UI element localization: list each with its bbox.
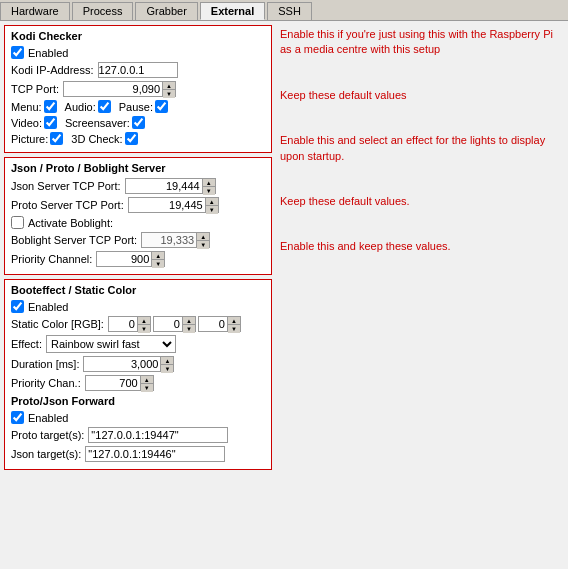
boblight-tcp-down[interactable]: ▼ bbox=[197, 241, 209, 249]
boot-enabled-checkbox[interactable] bbox=[11, 300, 24, 313]
proto-forward-enabled-row: Enabled bbox=[11, 411, 265, 424]
priority-label: Priority Channel: bbox=[11, 253, 92, 265]
proto-tcp-down[interactable]: ▼ bbox=[206, 206, 218, 214]
g-up[interactable]: ▲ bbox=[183, 317, 195, 325]
json-tcp-up[interactable]: ▲ bbox=[203, 179, 215, 187]
g-input[interactable] bbox=[153, 316, 183, 332]
boblight-activate-row: Activate Boblight: bbox=[11, 216, 265, 229]
kodi-enabled-checkbox[interactable] bbox=[11, 46, 24, 59]
json-targets-row: Json target(s): bbox=[11, 446, 265, 462]
boot-priority-down[interactable]: ▼ bbox=[141, 384, 153, 392]
duration-down[interactable]: ▼ bbox=[161, 365, 173, 373]
kodi-tcp-row: TCP Port: ▲ ▼ bbox=[11, 81, 265, 97]
threed-label: 3D Check: bbox=[71, 133, 122, 145]
kodi-checks-row1: Menu: Audio: Pause: bbox=[11, 100, 265, 113]
tab-hardware[interactable]: Hardware bbox=[0, 2, 70, 20]
kodi-tcp-label: TCP Port: bbox=[11, 83, 59, 95]
kodi-tcp-up[interactable]: ▲ bbox=[163, 82, 175, 90]
r-up[interactable]: ▲ bbox=[138, 317, 150, 325]
video-checkbox[interactable] bbox=[44, 116, 57, 129]
g-down[interactable]: ▼ bbox=[183, 325, 195, 333]
proto-targets-row: Proto target(s): bbox=[11, 427, 265, 443]
audio-checkbox[interactable] bbox=[98, 100, 111, 113]
boblight-activate-checkbox[interactable] bbox=[11, 216, 24, 229]
boblight-tcp-spinbtns: ▲ ▼ bbox=[197, 232, 210, 248]
kodi-enabled-row: Enabled bbox=[11, 46, 265, 59]
screensaver-checkbox[interactable] bbox=[132, 116, 145, 129]
kodi-tcp-spinner: ▲ ▼ bbox=[63, 81, 176, 97]
video-label: Video: bbox=[11, 117, 42, 129]
proto-tcp-label: Proto Server TCP Port: bbox=[11, 199, 124, 211]
priority-down[interactable]: ▼ bbox=[152, 260, 164, 268]
boblight-tcp-label: Boblight Server TCP Port: bbox=[11, 234, 137, 246]
proto-tcp-input[interactable] bbox=[128, 197, 206, 213]
duration-up[interactable]: ▲ bbox=[161, 357, 173, 365]
json-title: Json / Proto / Boblight Server bbox=[11, 162, 265, 174]
kodi-checks-row3: Picture: 3D Check: bbox=[11, 132, 265, 145]
effect-label: Effect: bbox=[11, 338, 42, 350]
effect-row: Effect: Rainbow swirl fast Rainbow Stati… bbox=[11, 335, 265, 353]
proto-forward-title: Proto/Json Forward bbox=[11, 395, 265, 407]
proto-tcp-up[interactable]: ▲ bbox=[206, 198, 218, 206]
b-down[interactable]: ▼ bbox=[228, 325, 240, 333]
proto-targets-input[interactable] bbox=[88, 427, 228, 443]
proto-tcp-row: Proto Server TCP Port: ▲ ▼ bbox=[11, 197, 265, 213]
boblight-tcp-input[interactable] bbox=[141, 232, 197, 248]
threed-checkbox[interactable] bbox=[125, 132, 138, 145]
kodi-tcp-down[interactable]: ▼ bbox=[163, 90, 175, 98]
priority-spinbtns: ▲ ▼ bbox=[152, 251, 165, 267]
duration-spinbtns: ▲ ▼ bbox=[161, 356, 174, 372]
boot-note1: Enable this and select an effect for the… bbox=[280, 133, 564, 164]
boot-note2: Keep these default values. bbox=[280, 194, 564, 209]
json-tcp-down[interactable]: ▼ bbox=[203, 187, 215, 195]
tab-process[interactable]: Process bbox=[72, 2, 134, 20]
priority-input[interactable] bbox=[96, 251, 152, 267]
effect-select[interactable]: Rainbow swirl fast Rainbow Static Color … bbox=[46, 335, 176, 353]
tab-external[interactable]: External bbox=[200, 2, 265, 20]
boblight-tcp-row: Boblight Server TCP Port: ▲ ▼ bbox=[11, 232, 265, 248]
video-check: Video: bbox=[11, 116, 57, 129]
proto-tcp-spinner: ▲ ▼ bbox=[128, 197, 219, 213]
g-spinbtns: ▲ ▼ bbox=[183, 316, 196, 332]
duration-label: Duration [ms]: bbox=[11, 358, 79, 370]
boot-priority-row: Priority Chan.: ▲ ▼ bbox=[11, 375, 265, 391]
menu-checkbox[interactable] bbox=[44, 100, 57, 113]
pause-checkbox[interactable] bbox=[155, 100, 168, 113]
pause-check: Pause: bbox=[119, 100, 168, 113]
picture-checkbox[interactable] bbox=[50, 132, 63, 145]
json-targets-input[interactable] bbox=[85, 446, 225, 462]
static-color-row: Static Color [RGB]: ▲ ▼ ▲ ▼ bbox=[11, 316, 265, 332]
kodi-section: Kodi Checker Enabled Kodi IP-Address: TC… bbox=[4, 25, 272, 153]
proto-forward-enabled-checkbox[interactable] bbox=[11, 411, 24, 424]
json-tcp-input[interactable] bbox=[125, 178, 203, 194]
boblight-tcp-spinner: ▲ ▼ bbox=[141, 232, 210, 248]
json-section: Json / Proto / Boblight Server Json Serv… bbox=[4, 157, 272, 275]
b-up[interactable]: ▲ bbox=[228, 317, 240, 325]
r-down[interactable]: ▼ bbox=[138, 325, 150, 333]
kodi-tcp-spinbtns: ▲ ▼ bbox=[163, 81, 176, 97]
boblight-tcp-up[interactable]: ▲ bbox=[197, 233, 209, 241]
tab-grabber[interactable]: Grabber bbox=[135, 2, 197, 20]
tab-ssh[interactable]: SSH bbox=[267, 2, 312, 20]
audio-label: Audio: bbox=[65, 101, 96, 113]
boot-priority-up[interactable]: ▲ bbox=[141, 376, 153, 384]
json-tcp-label: Json Server TCP Port: bbox=[11, 180, 121, 192]
kodi-checks-row2: Video: Screensaver: bbox=[11, 116, 265, 129]
kodi-ip-input[interactable] bbox=[98, 62, 178, 78]
duration-input[interactable] bbox=[83, 356, 161, 372]
proto-tcp-spinbtns: ▲ ▼ bbox=[206, 197, 219, 213]
priority-row: Priority Channel: ▲ ▼ bbox=[11, 251, 265, 267]
proto-note: Enable this and keep these values. bbox=[280, 239, 564, 254]
left-panel: Kodi Checker Enabled Kodi IP-Address: TC… bbox=[4, 25, 272, 565]
priority-up[interactable]: ▲ bbox=[152, 252, 164, 260]
b-input[interactable] bbox=[198, 316, 228, 332]
r-input[interactable] bbox=[108, 316, 138, 332]
g-spinner: ▲ ▼ bbox=[153, 316, 196, 332]
menu-label: Menu: bbox=[11, 101, 42, 113]
boot-priority-input[interactable] bbox=[85, 375, 141, 391]
kodi-tcp-input[interactable] bbox=[63, 81, 163, 97]
boot-title: Booteffect / Static Color bbox=[11, 284, 265, 296]
screensaver-check: Screensaver: bbox=[65, 116, 145, 129]
picture-label: Picture: bbox=[11, 133, 48, 145]
json-targets-label: Json target(s): bbox=[11, 448, 81, 460]
